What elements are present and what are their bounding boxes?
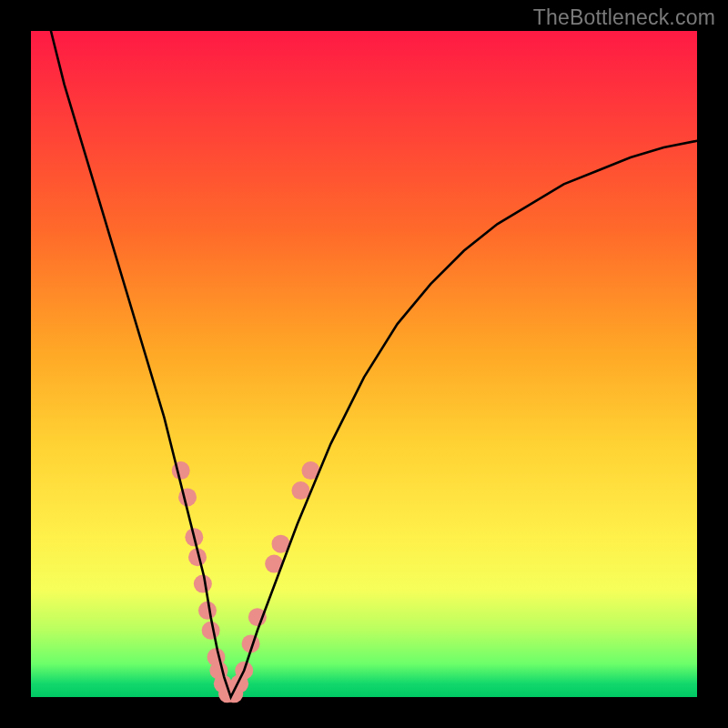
watermark-text: TheBottleneck.com [533,5,715,30]
data-marker [178,488,197,506]
chart-svg [31,31,697,697]
data-marker [194,575,212,593]
data-marker [172,461,190,480]
data-marker [202,622,220,640]
chart-frame: TheBottleneck.com [0,0,728,728]
curve-line [51,31,697,697]
data-marker [291,481,309,500]
plot-area [31,31,697,697]
